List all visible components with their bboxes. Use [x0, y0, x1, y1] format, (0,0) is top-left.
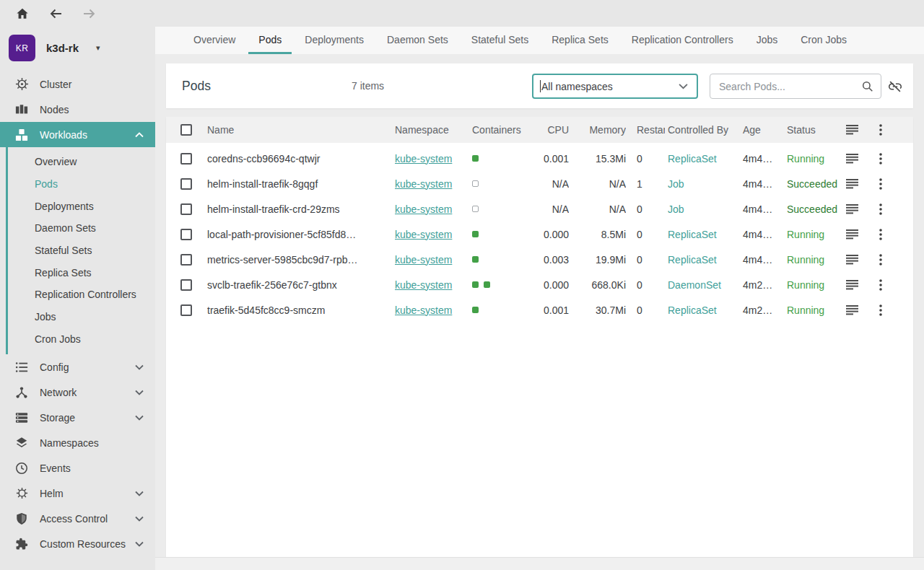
- sidebar-item-nodes[interactable]: Nodes: [0, 97, 155, 122]
- column-header-controlled-by[interactable]: Controlled By: [665, 124, 740, 136]
- sidebar-item-network[interactable]: Network: [0, 380, 155, 405]
- tab-stateful-sets[interactable]: Stateful Sets: [461, 27, 539, 54]
- sidebar-item-custom-resources[interactable]: Custom Resources: [0, 531, 155, 556]
- subnav-pods[interactable]: Pods: [8, 173, 155, 196]
- select-all-checkbox[interactable]: [180, 124, 192, 136]
- subnav-replication-controllers[interactable]: Replication Controllers: [8, 284, 155, 306]
- subnav-jobs[interactable]: Jobs: [8, 306, 155, 328]
- column-header-namespace[interactable]: Namespace: [395, 124, 472, 136]
- column-header-status[interactable]: Status: [783, 124, 841, 136]
- subnav-deployments[interactable]: Deployments: [8, 195, 155, 217]
- home-icon[interactable]: [15, 6, 30, 21]
- table-row[interactable]: helm-install-traefik-8gqgf kube-system N…: [166, 171, 913, 196]
- subnav-cron-jobs[interactable]: Cron Jobs: [8, 328, 155, 351]
- namespace-link[interactable]: kube-system: [395, 254, 452, 266]
- memory-value: 668.0Ki: [569, 279, 626, 291]
- forward-arrow-icon[interactable]: [82, 6, 96, 21]
- table-row[interactable]: coredns-ccb96694c-qtwjr kube-system 0.00…: [166, 146, 913, 171]
- tab-pods[interactable]: Pods: [248, 27, 292, 54]
- row-checkbox[interactable]: [180, 279, 192, 291]
- column-header-name[interactable]: Name: [207, 124, 395, 136]
- column-header-age[interactable]: Age: [740, 124, 783, 136]
- subnav-daemon-sets[interactable]: Daemon Sets: [8, 217, 155, 240]
- column-header-cpu[interactable]: CPU: [522, 124, 569, 136]
- tab-replica-sets[interactable]: Replica Sets: [541, 27, 619, 54]
- table-row[interactable]: local-path-provisioner-5cf85fd8… kube-sy…: [166, 222, 913, 247]
- column-header-containers[interactable]: Containers: [472, 124, 522, 136]
- row-lines-icon[interactable]: [841, 305, 863, 315]
- namespace-link[interactable]: kube-system: [395, 203, 452, 215]
- row-checkbox[interactable]: [180, 203, 192, 215]
- containers-indicator: [472, 180, 522, 187]
- table-row[interactable]: svclb-traefik-256e76c7-gtbnx kube-system…: [166, 272, 913, 297]
- sidebar-item-cluster[interactable]: Cluster: [0, 71, 155, 97]
- search-input[interactable]: Search Pods...: [710, 74, 881, 99]
- tab-cron-jobs[interactable]: Cron Jobs: [790, 27, 857, 54]
- controlled-by-link[interactable]: Job: [668, 178, 684, 190]
- row-lines-icon[interactable]: [841, 179, 863, 189]
- row-kebab-menu-icon[interactable]: [863, 254, 899, 266]
- table-row[interactable]: metrics-server-5985cbc9d7-rpb… kube-syst…: [166, 247, 913, 272]
- back-arrow-icon[interactable]: [48, 6, 63, 21]
- sidebar-item-access-control[interactable]: Access Control: [0, 506, 155, 531]
- row-lines-icon[interactable]: [841, 154, 863, 164]
- cluster-switcher[interactable]: KR k3d-rk ▾: [0, 27, 155, 71]
- row-kebab-menu-icon[interactable]: [863, 229, 899, 240]
- subnav-stateful-sets[interactable]: Stateful Sets: [8, 240, 155, 262]
- sidebar-item-helm[interactable]: Helm: [0, 481, 155, 506]
- namespace-link[interactable]: kube-system: [395, 178, 452, 190]
- row-checkbox[interactable]: [180, 254, 192, 266]
- row-checkbox[interactable]: [180, 304, 192, 316]
- row-lines-icon[interactable]: [841, 280, 863, 290]
- tab-replication-controllers[interactable]: Replication Controllers: [622, 27, 744, 54]
- tab-jobs[interactable]: Jobs: [746, 27, 788, 54]
- containers-indicator: [472, 307, 522, 313]
- controlled-by-link[interactable]: Job: [668, 203, 684, 215]
- subnav-overview[interactable]: Overview: [8, 151, 155, 173]
- tab-daemon-sets[interactable]: Daemon Sets: [377, 27, 458, 54]
- column-header-restarts[interactable]: Restarts: [626, 124, 665, 136]
- sidebar-item-namespaces[interactable]: Namespaces: [0, 430, 155, 455]
- sidebar-item-events[interactable]: Events: [0, 455, 155, 481]
- table-row[interactable]: traefik-5d45fc8cc9-smczm kube-system 0.0…: [166, 297, 913, 323]
- namespace-link[interactable]: kube-system: [395, 153, 452, 165]
- namespace-link[interactable]: kube-system: [395, 304, 452, 316]
- chevron-down-icon: [135, 516, 144, 522]
- row-kebab-menu-icon[interactable]: [863, 153, 899, 165]
- row-lines-icon[interactable]: [841, 204, 863, 214]
- subnav-replica-sets[interactable]: Replica Sets: [8, 261, 155, 284]
- namespace-link[interactable]: kube-system: [395, 279, 452, 291]
- tab-deployments[interactable]: Deployments: [295, 27, 374, 54]
- row-lines-icon[interactable]: [841, 255, 863, 265]
- controlled-by-link[interactable]: ReplicaSet: [668, 153, 717, 165]
- header-lines-icon[interactable]: [841, 125, 863, 135]
- resource-tabbar: Overview Pods Deployments Daemon Sets St…: [155, 27, 924, 54]
- sidebar-item-config[interactable]: Config: [0, 354, 155, 380]
- sidebar-item-storage[interactable]: Storage: [0, 405, 155, 430]
- controlled-by-link[interactable]: ReplicaSet: [668, 254, 717, 266]
- link-off-icon[interactable]: [887, 79, 903, 95]
- table-row[interactable]: helm-install-traefik-crd-29zms kube-syst…: [166, 196, 913, 222]
- row-checkbox[interactable]: [180, 153, 192, 165]
- row-kebab-menu-icon[interactable]: [863, 178, 899, 190]
- column-header-memory[interactable]: Memory: [569, 124, 626, 136]
- puzzle-icon: [14, 538, 29, 551]
- cluster-caret-icon: ▾: [96, 43, 100, 53]
- workloads-submenu: Overview Pods Deployments Daemon Sets St…: [6, 147, 155, 354]
- row-checkbox[interactable]: [180, 178, 192, 190]
- row-lines-icon[interactable]: [841, 229, 863, 240]
- header-kebab-menu-icon[interactable]: [863, 124, 899, 136]
- controlled-by-link[interactable]: DaemonSet: [668, 279, 721, 291]
- row-checkbox[interactable]: [180, 229, 192, 240]
- row-kebab-menu-icon[interactable]: [863, 203, 899, 215]
- tab-overview[interactable]: Overview: [183, 27, 245, 54]
- row-kebab-menu-icon[interactable]: [863, 279, 899, 291]
- row-kebab-menu-icon[interactable]: [863, 304, 899, 316]
- sidebar-item-workloads[interactable]: Workloads: [0, 122, 155, 147]
- containers-indicator: [472, 281, 522, 288]
- controlled-by-link[interactable]: ReplicaSet: [668, 304, 717, 316]
- namespace-link[interactable]: kube-system: [395, 229, 452, 240]
- namespace-select[interactable]: All namespaces: [532, 74, 698, 99]
- controlled-by-link[interactable]: ReplicaSet: [668, 229, 717, 240]
- age-value: 4m2…: [740, 304, 783, 316]
